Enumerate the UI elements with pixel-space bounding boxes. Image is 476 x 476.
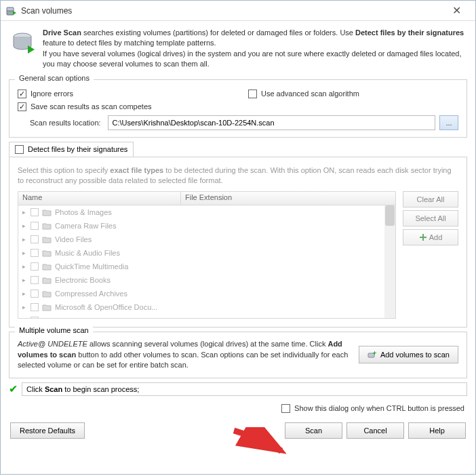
file-type-row[interactable]: ▸Compressed Archives: [18, 287, 395, 300]
file-type-row[interactable]: ▸Video Files: [18, 233, 395, 246]
file-type-label: Compressed Archives: [55, 290, 127, 298]
checkbox-icon: [31, 276, 39, 284]
checkbox-icon: [18, 90, 26, 98]
file-type-row[interactable]: ▸Microsoft & OpenOffice Docu...: [18, 300, 395, 314]
file-type-label: Adobe Files: [55, 317, 94, 319]
save-results-checkbox[interactable]: Save scan results as scan competes: [18, 102, 152, 111]
multi-help: Active@ UNDELETE allows scanning several…: [18, 339, 359, 370]
chevron-right-icon: ▸: [22, 236, 28, 243]
column-extension[interactable]: File Extension: [181, 192, 395, 205]
file-type-row[interactable]: ▸Camera Raw Files: [18, 219, 395, 233]
scan-location-input[interactable]: [108, 115, 435, 130]
checkbox-icon: [31, 235, 39, 243]
scrollbar[interactable]: [384, 205, 395, 318]
window-title: Scan volumes: [21, 6, 443, 16]
folder-icon: [42, 303, 52, 311]
file-type-label: Music & Audio Files: [55, 249, 120, 257]
drive-icon: [12, 31, 36, 55]
detect-signatures-checkbox[interactable]: Detect files by their signatures: [9, 142, 134, 157]
folder-icon: [42, 290, 52, 298]
info-section: Drive Scan searches existing volumes (pa…: [1, 21, 475, 75]
select-all-button[interactable]: Select All: [403, 210, 458, 226]
file-type-label: Camera Raw Files: [55, 222, 116, 230]
browse-button[interactable]: ...: [439, 115, 458, 130]
checkbox-icon: [31, 208, 39, 216]
close-button[interactable]: ✕: [443, 3, 470, 19]
titlebar: Scan volumes ✕: [1, 1, 475, 21]
file-type-label: Microsoft & OpenOffice Docu...: [55, 303, 157, 311]
checkbox-icon: [15, 145, 24, 154]
help-button[interactable]: Help: [408, 422, 466, 439]
folder-icon: [42, 276, 52, 284]
folder-icon: [42, 249, 52, 257]
location-label: Scan results location:: [18, 119, 101, 127]
checkbox-icon: [31, 222, 39, 230]
file-type-label: Video Files: [55, 235, 92, 243]
chevron-right-icon: ▸: [22, 290, 28, 297]
file-type-row[interactable]: ▸QuickTime Multimedia: [18, 260, 395, 273]
file-types-table: Name File Extension ▸Photos & Images▸Cam…: [18, 191, 396, 319]
folder-icon: [42, 262, 52, 271]
multiple-volume-group: Multiple volume scan Active@ UNDELETE al…: [9, 332, 467, 378]
checkbox-icon: [281, 404, 290, 413]
checkbox-icon: [31, 249, 39, 257]
chevron-right-icon: ▸: [22, 263, 28, 270]
restore-defaults-button[interactable]: Restore Defaults: [10, 422, 85, 439]
chevron-right-icon: ▸: [22, 250, 28, 256]
chevron-right-icon: ▸: [22, 222, 28, 229]
file-type-row[interactable]: ▸Photos & Images: [18, 205, 395, 219]
folder-icon: [42, 208, 52, 216]
status-row: ✔ Click Scan to begin scan process;: [9, 382, 467, 396]
status-text: Click Scan to begin scan process;: [22, 382, 467, 396]
group-title: Multiple volume scan: [15, 326, 93, 334]
chevron-right-icon: ▸: [22, 277, 28, 283]
file-type-label: QuickTime Multimedia: [55, 262, 128, 271]
file-type-label: Photos & Images: [55, 208, 112, 216]
file-type-row[interactable]: ▸Music & Audio Files: [18, 246, 395, 260]
file-type-label: Electronic Books: [55, 276, 111, 284]
group-title: General scan options: [15, 74, 94, 82]
checkmark-icon: ✔: [9, 382, 18, 395]
file-type-row[interactable]: ▸Electronic Books: [18, 273, 395, 287]
advanced-scan-checkbox[interactable]: Use advanced scan algorithm: [248, 90, 359, 98]
svg-rect-1: [7, 7, 14, 11]
button-bar: Restore Defaults Scan Cancel Help: [1, 417, 475, 444]
plus-icon: [419, 233, 427, 241]
checkbox-icon: [31, 262, 39, 271]
add-filetype-button[interactable]: Add: [403, 229, 458, 245]
cancel-button[interactable]: Cancel: [346, 422, 404, 439]
scan-volumes-dialog: Scan volumes ✕ Drive Scan searches exist…: [0, 0, 476, 475]
drive-plus-icon: [368, 350, 377, 359]
clear-all-button[interactable]: Clear All: [403, 191, 458, 207]
checkbox-icon: [248, 90, 257, 98]
column-name[interactable]: Name: [18, 192, 181, 205]
add-volumes-button[interactable]: Add volumes to scan: [359, 346, 458, 363]
detect-help: Select this option to specify exact file…: [18, 165, 458, 186]
show-dialog-checkbox[interactable]: Show this dialog only when CTRL button i…: [281, 404, 464, 413]
checkbox-icon: [31, 290, 39, 298]
folder-icon: [42, 222, 52, 230]
scan-button[interactable]: Scan: [285, 422, 342, 439]
general-scan-options-group: General scan options Ignore errors Use a…: [9, 79, 467, 138]
info-text: Drive Scan searches existing volumes (pa…: [43, 28, 464, 70]
chevron-right-icon: ▸: [22, 317, 28, 319]
drive-scan-icon: [6, 5, 17, 16]
checkbox-icon: [31, 303, 39, 311]
file-type-row[interactable]: ▸Adobe Files: [18, 314, 395, 319]
svg-rect-5: [368, 353, 374, 357]
folder-icon: [42, 317, 52, 319]
checkbox-icon: [18, 102, 26, 111]
checkbox-icon: [31, 317, 39, 319]
chevron-right-icon: ▸: [22, 209, 28, 216]
ignore-errors-checkbox[interactable]: Ignore errors: [18, 90, 248, 98]
folder-icon: [42, 235, 52, 243]
detect-signatures-group: Select this option to specify exact file…: [9, 157, 467, 328]
scrollbar-thumb[interactable]: [385, 205, 395, 226]
svg-marker-2: [13, 11, 16, 15]
chevron-right-icon: ▸: [22, 304, 28, 311]
